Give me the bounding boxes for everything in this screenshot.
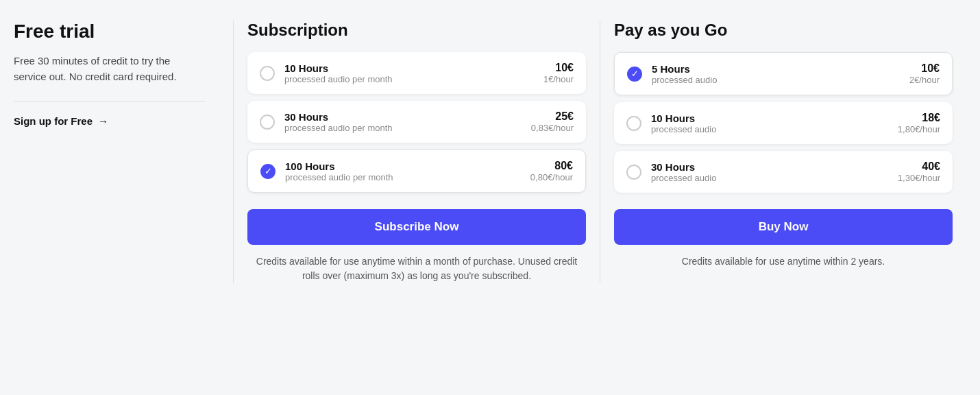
check-icon-pay-5h: ✓ xyxy=(631,69,639,79)
plan-price-main-pay-10h: 18€ xyxy=(898,112,940,124)
plan-price-main-pay-30h: 40€ xyxy=(898,160,940,173)
plan-desc-100h: processed audio per month xyxy=(285,172,530,182)
subscription-plan-100h[interactable]: ✓ 100 Hours processed audio per month 80… xyxy=(247,149,586,193)
pay-as-you-go-column: Pay as you Go ✓ 5 Hours processed audio … xyxy=(600,21,966,269)
plan-price-rate-pay-10h: 1,80€/hour xyxy=(898,124,940,134)
pay-plan-10h[interactable]: 10 Hours processed audio 18€ 1,80€/hour xyxy=(614,102,953,144)
divider xyxy=(14,101,206,101)
plan-hours-30h: 30 Hours xyxy=(284,111,531,123)
plan-price-pay-30h: 40€ 1,30€/hour xyxy=(898,160,940,183)
plan-info-pay-5h: 5 Hours processed audio xyxy=(652,63,909,85)
plan-info-pay-30h: 30 Hours processed audio xyxy=(651,161,898,183)
pay-plan-30h[interactable]: 30 Hours processed audio 40€ 1,30€/hour xyxy=(614,151,953,193)
plan-desc-pay-5h: processed audio xyxy=(652,75,909,85)
plan-desc-pay-10h: processed audio xyxy=(651,124,898,134)
subscription-plan-30h[interactable]: 30 Hours processed audio per month 25€ 0… xyxy=(247,101,586,143)
check-icon-100h: ✓ xyxy=(265,166,272,176)
plan-price-10h: 10€ 1€/hour xyxy=(543,62,574,84)
plan-price-rate-10h: 1€/hour xyxy=(543,74,574,84)
plan-price-rate-30h: 0,83€/hour xyxy=(531,123,574,133)
plan-hours-pay-30h: 30 Hours xyxy=(651,161,898,173)
radio-pay-5h[interactable]: ✓ xyxy=(627,67,642,82)
radio-100h[interactable]: ✓ xyxy=(260,164,275,179)
plan-price-main-100h: 80€ xyxy=(530,160,573,172)
plan-info-100h: 100 Hours processed audio per month xyxy=(285,160,530,182)
signup-label: Sign up for Free xyxy=(14,115,93,127)
free-trial-title: Free trial xyxy=(14,21,206,43)
plan-hours-pay-10h: 10 Hours xyxy=(651,112,898,124)
plan-price-rate-pay-30h: 1,30€/hour xyxy=(898,173,940,183)
plan-price-main-10h: 10€ xyxy=(543,62,574,74)
plan-info-10h: 10 Hours processed audio per month xyxy=(284,62,543,84)
plan-price-main-pay-5h: 10€ xyxy=(909,62,940,75)
plan-info-pay-10h: 10 Hours processed audio xyxy=(651,112,898,134)
plan-desc-30h: processed audio per month xyxy=(284,123,531,133)
signup-link[interactable]: Sign up for Free → xyxy=(14,115,206,127)
plan-price-30h: 25€ 0,83€/hour xyxy=(531,110,574,133)
free-trial-description: Free 30 minutes of credit to try the ser… xyxy=(14,53,206,84)
plan-price-rate-100h: 0,80€/hour xyxy=(530,172,573,182)
plan-hours-pay-5h: 5 Hours xyxy=(652,63,909,75)
radio-pay-10h[interactable] xyxy=(626,116,641,131)
plan-price-main-30h: 25€ xyxy=(531,110,574,123)
plan-info-30h: 30 Hours processed audio per month xyxy=(284,111,531,133)
signup-arrow: → xyxy=(98,115,108,127)
pricing-container: Free trial Free 30 minutes of credit to … xyxy=(14,21,966,283)
subscription-note: Credits available for use anytime within… xyxy=(247,254,586,283)
buy-now-button[interactable]: Buy Now xyxy=(614,209,953,245)
radio-pay-30h[interactable] xyxy=(626,165,641,180)
plan-price-pay-5h: 10€ 2€/hour xyxy=(909,62,940,85)
free-trial-column: Free trial Free 30 minutes of credit to … xyxy=(14,21,233,127)
subscription-plan-10h[interactable]: 10 Hours processed audio per month 10€ 1… xyxy=(247,52,586,94)
pay-as-you-go-note: Credits available for use anytime within… xyxy=(614,254,953,269)
radio-10h[interactable] xyxy=(260,66,275,81)
radio-30h[interactable] xyxy=(260,115,275,130)
pay-as-you-go-title: Pay as you Go xyxy=(614,21,953,40)
subscription-column: Subscription 10 Hours processed audio pe… xyxy=(233,21,600,283)
plan-desc-pay-30h: processed audio xyxy=(651,173,898,183)
subscription-title: Subscription xyxy=(247,21,586,40)
plan-price-pay-10h: 18€ 1,80€/hour xyxy=(898,112,940,134)
subscribe-now-button[interactable]: Subscribe Now xyxy=(247,209,586,245)
pay-plan-5h[interactable]: ✓ 5 Hours processed audio 10€ 2€/hour xyxy=(614,52,953,95)
plan-hours-10h: 10 Hours xyxy=(284,62,543,74)
plan-price-rate-pay-5h: 2€/hour xyxy=(909,75,940,85)
plan-hours-100h: 100 Hours xyxy=(285,160,530,172)
plan-price-100h: 80€ 0,80€/hour xyxy=(530,160,573,182)
plan-desc-10h: processed audio per month xyxy=(284,74,543,84)
